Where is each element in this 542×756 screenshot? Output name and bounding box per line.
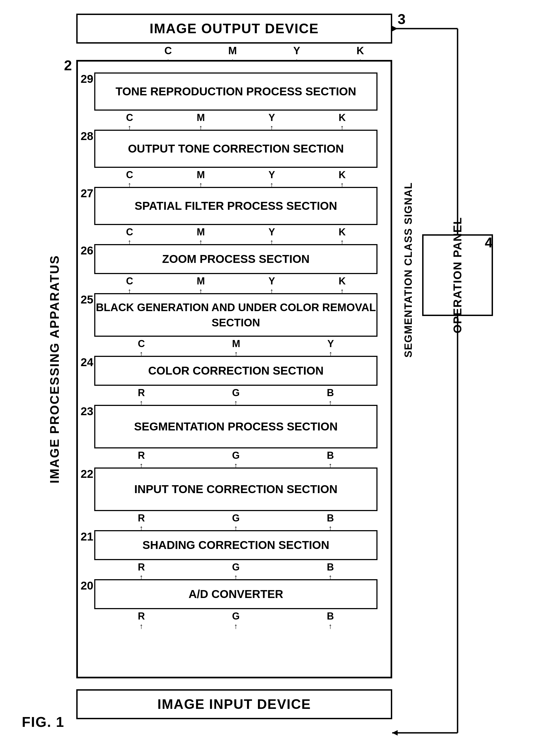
section-22-num: 22 xyxy=(81,467,93,481)
operation-panel-box: OPERATION PANEL xyxy=(422,234,493,316)
sig-g5: G↑ xyxy=(232,611,240,631)
section-26-label: ZOOM PROCESS SECTION xyxy=(162,253,309,266)
section-24-box: COLOR CORRECTION SECTION xyxy=(94,356,377,386)
figure-label: FIG. 1 xyxy=(22,714,64,730)
seg-class-signal-text: SEGMENTATION CLASS SIGNAL xyxy=(403,182,415,357)
section-29-box: TONE REPRODUCTION PROCESS SECTION xyxy=(94,72,377,111)
sig-y: Y↑ xyxy=(269,112,275,132)
operation-panel-label: OPERATION PANEL xyxy=(451,217,464,333)
rgb-23-22: R↑ G↑ B↑ xyxy=(94,450,377,470)
sig-c3: C↑ xyxy=(126,226,133,247)
sig-y2: Y↑ xyxy=(269,169,275,189)
sig-b1: B↑ xyxy=(327,387,334,407)
sig-m: M↑ xyxy=(197,112,205,132)
label-4: 4 xyxy=(485,234,493,251)
section-29-num: 29 xyxy=(81,72,93,86)
sig-c: C↑ xyxy=(126,112,133,132)
section-20-box: A/D CONVERTER xyxy=(94,579,377,609)
label-3: 3 xyxy=(398,11,406,27)
cmyk-27-26: C↑ M↑ Y↑ K↑ xyxy=(94,226,377,247)
diagram-container: 3 IMAGE OUTPUT DEVICE C ↑ M ↑ Y ↑ K ↑ 2 … xyxy=(16,11,523,746)
section-26-box: ZOOM PROCESS SECTION xyxy=(94,244,377,274)
apparatus-label-text: IMAGE PROCESSING APPARATUS xyxy=(47,255,62,484)
sig-y5: Y↑ xyxy=(327,338,334,358)
section-22-label: INPUT TONE CORRECTION SECTION xyxy=(134,481,337,497)
sig-r5: R↑ xyxy=(138,611,145,631)
sig-c5: C↑ xyxy=(138,338,145,358)
section-24-num: 24 xyxy=(81,356,93,369)
sig-k: K↑ xyxy=(339,112,346,132)
rgb-24-23: R↑ G↑ B↑ xyxy=(94,387,377,407)
section-26-num: 26 xyxy=(81,244,93,257)
section-24-label: COLOR CORRECTION SECTION xyxy=(148,364,324,377)
sig-b5: B↑ xyxy=(327,611,334,631)
sig-k2: K↑ xyxy=(339,169,346,189)
sig-g4: G↑ xyxy=(232,561,240,582)
image-processing-apparatus-box: TONE REPRODUCTION PROCESS SECTION 29 C↑ … xyxy=(76,60,392,678)
section-28-box: OUTPUT TONE CORRECTION SECTION xyxy=(94,130,377,168)
sig-b2: B↑ xyxy=(327,450,334,470)
section-27-box: SPATIAL FILTER PROCESS SECTION xyxy=(94,187,377,225)
sig-r2: R↑ xyxy=(138,450,145,470)
sig-m2: M↑ xyxy=(197,169,205,189)
section-28-num: 28 xyxy=(81,130,93,143)
section-23-num: 23 xyxy=(81,405,93,418)
section-21-label: SHADING CORRECTION SECTION xyxy=(142,539,329,552)
rgb-in: R↑ G↑ B↑ xyxy=(94,611,377,631)
section-20-label: A/D CONVERTER xyxy=(188,588,283,601)
sig-g3: G↑ xyxy=(232,512,240,533)
sig-m4: M↑ xyxy=(197,275,205,296)
section-22-box: INPUT TONE CORRECTION SECTION xyxy=(94,467,377,511)
sig-r1: R↑ xyxy=(138,387,145,407)
section-20-num: 20 xyxy=(81,579,93,592)
image-output-device-label: IMAGE OUTPUT DEVICE xyxy=(150,21,319,37)
sig-r3: R↑ xyxy=(138,512,145,533)
apparatus-label-container: IMAGE PROCESSING APPARATUS xyxy=(38,60,71,678)
section-25-box: BLACK GENERATION AND UNDER COLOR REMOVAL… xyxy=(94,293,377,337)
sig-m5: M↑ xyxy=(232,338,240,358)
section-23-label: SEGMENTATION PROCESS SECTION xyxy=(134,419,338,435)
image-input-device-box: IMAGE INPUT DEVICE xyxy=(76,689,392,719)
sig-c2: C↑ xyxy=(126,169,133,189)
section-21-num: 21 xyxy=(81,530,93,543)
svg-marker-6 xyxy=(392,730,398,736)
seg-class-signal-container: SEGMENTATION CLASS SIGNAL xyxy=(395,120,422,420)
cmy-25-24: C↑ M↑ Y↑ xyxy=(94,338,377,358)
section-25-label: BLACK GENERATION AND UNDER COLOR REMOVAL… xyxy=(95,300,376,330)
image-input-device-label: IMAGE INPUT DEVICE xyxy=(157,696,311,712)
svg-marker-5 xyxy=(392,26,398,31)
section-28-label: OUTPUT TONE CORRECTION SECTION xyxy=(128,141,344,156)
section-27-label: SPATIAL FILTER PROCESS SECTION xyxy=(135,199,337,214)
sig-r4: R↑ xyxy=(138,561,145,582)
section-25-num: 25 xyxy=(81,293,93,306)
section-23-box: SEGMENTATION PROCESS SECTION xyxy=(94,405,377,448)
image-output-device-box: IMAGE OUTPUT DEVICE xyxy=(76,14,392,44)
sig-b3: B↑ xyxy=(327,512,334,533)
sig-g2: G↑ xyxy=(232,450,240,470)
cmyk-29-28: C↑ M↑ Y↑ K↑ xyxy=(94,112,377,132)
sig-y4: Y↑ xyxy=(269,275,275,296)
rgb-21-20: R↑ G↑ B↑ xyxy=(94,561,377,582)
sig-k3: K↑ xyxy=(339,226,346,247)
sig-m3: M↑ xyxy=(197,226,205,247)
cmyk-26-25: C↑ M↑ Y↑ K↑ xyxy=(94,275,377,296)
section-29-label: TONE REPRODUCTION PROCESS SECTION xyxy=(115,84,356,99)
cmyk-28-27: C↑ M↑ Y↑ K↑ xyxy=(94,169,377,189)
rgb-22-21: R↑ G↑ B↑ xyxy=(94,512,377,533)
sig-y3: Y↑ xyxy=(269,226,275,247)
sig-c4: C↑ xyxy=(126,275,133,296)
sig-k4: K↑ xyxy=(339,275,346,296)
section-27-num: 27 xyxy=(81,187,93,200)
section-21-box: SHADING CORRECTION SECTION xyxy=(94,530,377,560)
sig-g1: G↑ xyxy=(232,387,240,407)
sig-b4: B↑ xyxy=(327,561,334,582)
